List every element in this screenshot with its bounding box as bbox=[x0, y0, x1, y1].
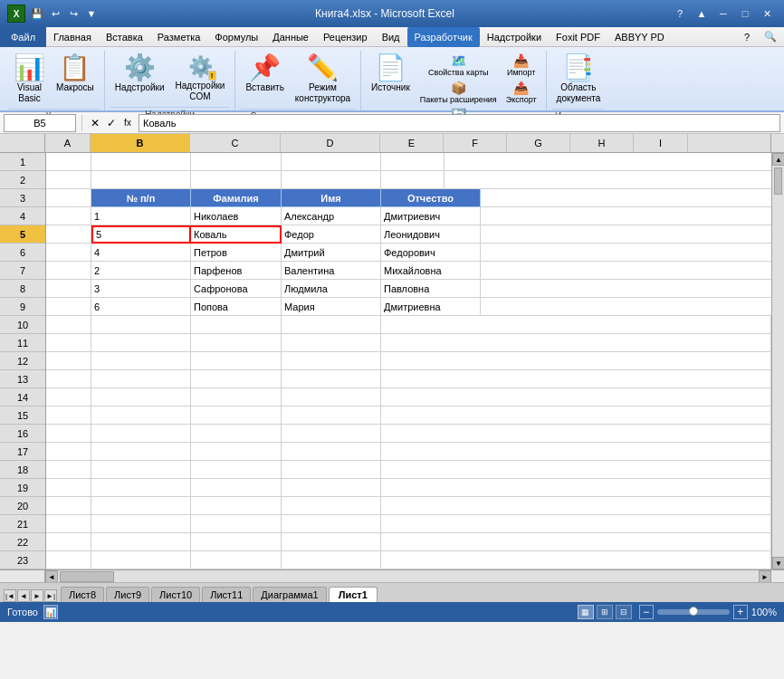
cell-e8[interactable]: Павловна bbox=[381, 280, 481, 298]
cell-e3[interactable]: Отчество bbox=[381, 189, 481, 207]
scrollbar-horizontal[interactable]: ◄ ► bbox=[45, 570, 771, 582]
minimize-btn[interactable]: ─ bbox=[713, 5, 733, 23]
cell-b4[interactable]: 1 bbox=[91, 207, 191, 225]
row-header-2[interactable]: 2 bbox=[0, 171, 45, 189]
import-button[interactable]: 📥 Импорт bbox=[502, 53, 540, 79]
col-header-i[interactable]: I bbox=[634, 134, 688, 152]
cell-e5[interactable]: Леонидович bbox=[381, 225, 481, 244]
cell-e1[interactable] bbox=[381, 153, 445, 171]
cell-c1[interactable] bbox=[191, 153, 282, 171]
row-header-15[interactable]: 15 bbox=[0, 406, 45, 425]
cell-a1[interactable] bbox=[46, 153, 91, 171]
row-header-4[interactable]: 4 bbox=[0, 207, 45, 225]
maximize-btn[interactable]: □ bbox=[735, 5, 755, 23]
row-header-19[interactable]: 19 bbox=[0, 479, 45, 497]
row-header-16[interactable]: 16 bbox=[0, 425, 45, 443]
scrollbar-left-btn[interactable]: ◄ bbox=[45, 570, 58, 582]
row-header-10[interactable]: 10 bbox=[0, 316, 45, 334]
scrollbar-right-btn[interactable]: ► bbox=[759, 570, 771, 582]
row-header-17[interactable]: 17 bbox=[0, 443, 45, 461]
design-mode-button[interactable]: ✏️ Режимконструктора bbox=[291, 53, 355, 107]
row-header-21[interactable]: 21 bbox=[0, 515, 45, 533]
qa-menu-btn[interactable]: ▼ bbox=[83, 5, 100, 22]
ribbon-toggle-btn[interactable]: ▲ bbox=[692, 5, 712, 23]
normal-view-btn[interactable]: ▦ bbox=[578, 605, 594, 619]
cell-a8[interactable] bbox=[46, 280, 91, 298]
menu-home[interactable]: Главная bbox=[46, 27, 99, 47]
doc-area-button[interactable]: 📑 Областьдокумента bbox=[552, 53, 606, 107]
cell-c8[interactable]: Сафронова bbox=[191, 280, 282, 298]
cell-c6[interactable]: Петров bbox=[191, 244, 282, 262]
cell-b1[interactable] bbox=[91, 153, 191, 171]
cell-d7[interactable]: Валентина bbox=[282, 262, 381, 280]
scrollbar-up-btn[interactable]: ▲ bbox=[772, 153, 784, 166]
row-header-6[interactable]: 6 bbox=[0, 244, 45, 262]
tab-list9[interactable]: Лист9 bbox=[106, 587, 149, 602]
cell-a4[interactable] bbox=[46, 207, 91, 225]
cell-d2[interactable] bbox=[282, 171, 381, 189]
cell-a6[interactable] bbox=[46, 244, 91, 262]
page-view-btn[interactable]: ⊞ bbox=[597, 605, 613, 619]
source-button[interactable]: 📄 Источник bbox=[367, 53, 415, 95]
row-header-12[interactable]: 12 bbox=[0, 352, 45, 370]
page-break-btn[interactable]: ⊟ bbox=[616, 605, 632, 619]
cell-d9[interactable]: Мария bbox=[282, 298, 381, 316]
col-header-f[interactable]: F bbox=[444, 134, 507, 152]
vba-button[interactable]: 📊 VisualBasic bbox=[9, 53, 50, 107]
cancel-formula-icon[interactable]: ✕ bbox=[88, 116, 102, 130]
col-header-g[interactable]: G bbox=[507, 134, 570, 152]
menu-layout[interactable]: Разметка bbox=[150, 27, 208, 47]
scrollbar-thumb[interactable] bbox=[774, 167, 782, 195]
menu-review[interactable]: Рецензир bbox=[316, 27, 375, 47]
col-header-d[interactable]: D bbox=[281, 134, 380, 152]
confirm-formula-icon[interactable]: ✓ bbox=[104, 116, 119, 130]
menu-help-icon[interactable]: ? bbox=[737, 27, 757, 47]
cell-d6[interactable]: Дмитрий bbox=[282, 244, 381, 262]
zoom-out-btn[interactable]: − bbox=[639, 605, 654, 619]
help-btn[interactable]: ? bbox=[670, 5, 690, 23]
macros-button[interactable]: 📋 Макросы bbox=[52, 53, 99, 95]
packages-button[interactable]: 📦 Пакеты расширения bbox=[416, 80, 501, 106]
menu-formulas[interactable]: Формулы bbox=[207, 27, 265, 47]
menu-abbyy[interactable]: ABBYY PD bbox=[607, 27, 672, 47]
cell-c2[interactable] bbox=[191, 171, 282, 189]
tab-next-btn[interactable]: ► bbox=[31, 589, 43, 602]
scrollbar-h-thumb[interactable] bbox=[60, 571, 114, 582]
cell-b2[interactable] bbox=[91, 171, 191, 189]
tab-list11[interactable]: Лист11 bbox=[202, 587, 251, 602]
insert-function-icon[interactable]: fx bbox=[120, 116, 135, 130]
map-props-button[interactable]: 🗺️ Свойства карты bbox=[416, 53, 501, 79]
status-icon[interactable]: 📊 bbox=[43, 605, 58, 619]
addins-button[interactable]: ⚙️ Надстройки bbox=[110, 53, 169, 95]
row-header-22[interactable]: 22 bbox=[0, 533, 45, 551]
menu-foxit[interactable]: Foxit PDF bbox=[549, 27, 607, 47]
cell-b5-active[interactable]: 5 bbox=[91, 225, 191, 244]
col-header-c[interactable]: C bbox=[190, 134, 281, 152]
cell-b7[interactable]: 2 bbox=[91, 262, 191, 280]
row-header-1[interactable]: 1 bbox=[0, 153, 45, 171]
cell-d8[interactable]: Людмила bbox=[282, 280, 381, 298]
cell-e6[interactable]: Федорович bbox=[381, 244, 481, 262]
cell-b8[interactable]: 3 bbox=[91, 280, 191, 298]
col-header-h[interactable]: H bbox=[570, 134, 634, 152]
cell-e4[interactable]: Дмитриевич bbox=[381, 207, 481, 225]
save-qa-btn[interactable]: 💾 bbox=[29, 5, 45, 22]
row-header-11[interactable]: 11 bbox=[0, 334, 45, 352]
tab-first-btn[interactable]: |◄ bbox=[4, 589, 16, 602]
export-button[interactable]: 📤 Экспорт bbox=[502, 80, 540, 106]
zoom-in-btn[interactable]: + bbox=[733, 605, 748, 619]
cell-e9[interactable]: Дмитриевна bbox=[381, 298, 481, 316]
cell-a9[interactable] bbox=[46, 298, 91, 316]
tab-chart1[interactable]: Диаграмма1 bbox=[253, 587, 326, 602]
row-header-9[interactable]: 9 bbox=[0, 298, 45, 316]
menu-addins[interactable]: Надстройки bbox=[480, 27, 549, 47]
cell-d1[interactable] bbox=[282, 153, 381, 171]
menu-developer[interactable]: Разработчик bbox=[407, 27, 480, 47]
insert-control-button[interactable]: 📌 Вставить bbox=[241, 53, 288, 95]
col-header-a[interactable]: A bbox=[45, 134, 91, 152]
scrollbar-vertical[interactable]: ▲ ▼ bbox=[771, 153, 784, 569]
tab-list10[interactable]: Лист10 bbox=[151, 587, 200, 602]
cell-d3[interactable]: Имя bbox=[282, 189, 381, 207]
cell-c3[interactable]: Фамилия bbox=[191, 189, 282, 207]
menu-view[interactable]: Вид bbox=[375, 27, 407, 47]
